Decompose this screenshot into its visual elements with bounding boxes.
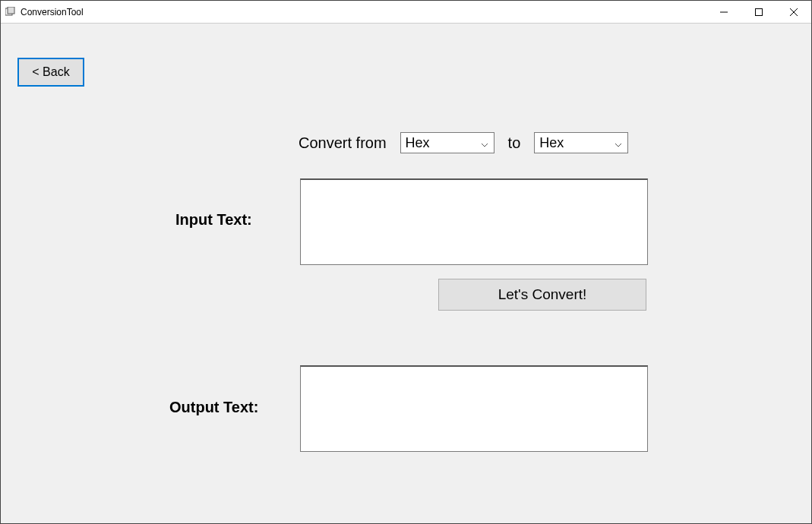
- chevron-down-icon: [480, 137, 489, 147]
- svg-rect-1: [8, 7, 14, 14]
- convert-to-value: Hex: [539, 135, 564, 151]
- svg-line-5: [790, 8, 798, 16]
- convert-row: Convert from Hex to Hex: [299, 132, 628, 153]
- client-area: < Back Convert from Hex to Hex Input Tex…: [1, 24, 811, 523]
- maximize-button[interactable]: [741, 1, 776, 23]
- svg-rect-3: [756, 8, 763, 15]
- app-icon: [5, 7, 16, 17]
- convert-from-label: Convert from: [299, 134, 387, 152]
- convert-button[interactable]: Let's Convert!: [438, 279, 646, 311]
- close-button[interactable]: [776, 1, 811, 23]
- window-root: ConversionTool < Back Convert from Hex: [0, 0, 812, 524]
- chevron-down-icon: [614, 137, 623, 147]
- titlebar: ConversionTool: [1, 1, 811, 24]
- output-textarea[interactable]: [300, 365, 648, 452]
- output-text-label: Output Text:: [169, 399, 258, 416]
- window-controls: [706, 1, 811, 23]
- convert-from-select[interactable]: Hex: [400, 132, 494, 153]
- minimize-button[interactable]: [706, 1, 741, 23]
- window-title: ConversionTool: [21, 7, 706, 17]
- svg-line-4: [790, 8, 798, 16]
- input-textarea[interactable]: [300, 178, 648, 265]
- to-label: to: [508, 134, 521, 152]
- convert-from-value: Hex: [406, 135, 430, 151]
- convert-to-select[interactable]: Hex: [534, 132, 628, 153]
- input-text-label: Input Text:: [175, 211, 252, 229]
- back-button[interactable]: < Back: [17, 58, 84, 87]
